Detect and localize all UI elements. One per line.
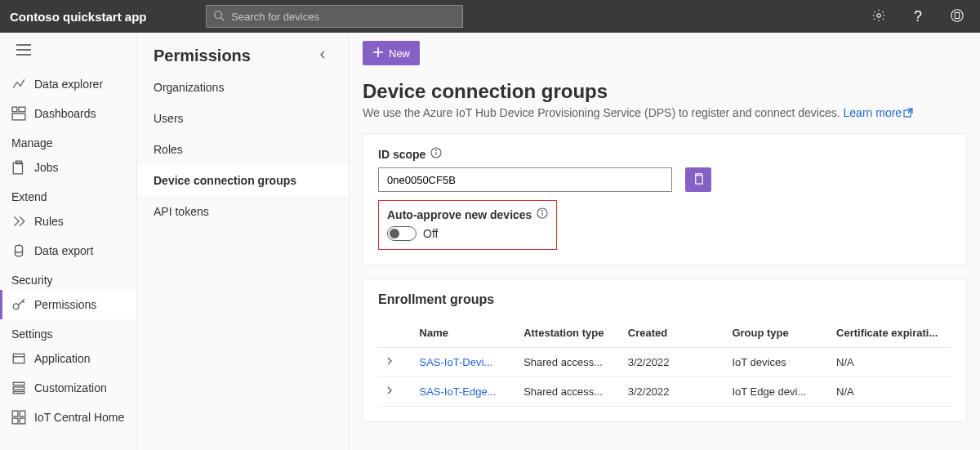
nav-label: IoT Central Home (34, 411, 124, 424)
nav2-device-connection-groups[interactable]: Device connection groups (137, 165, 349, 196)
svg-point-27 (436, 150, 437, 151)
new-button[interactable]: New (363, 41, 420, 65)
nav-application[interactable]: Application (0, 344, 136, 373)
col-name[interactable]: Name (413, 319, 518, 348)
auto-approve-highlight: Auto-approve new devices Off (378, 200, 557, 250)
table-row[interactable]: SAS-IoT-Edge... Shared access... 3/2/202… (378, 377, 951, 407)
dashboards-icon (11, 106, 26, 121)
nav2-users[interactable]: Users (137, 103, 349, 134)
id-scope-label-row: ID scope (378, 147, 951, 161)
auto-approve-status: Off (423, 227, 438, 240)
svg-point-12 (13, 304, 19, 310)
cell-attestation: Shared access... (517, 348, 621, 377)
info-icon[interactable] (430, 147, 442, 161)
table-header-row: Name Attestation type Created Group type… (378, 319, 951, 348)
nav-toggle[interactable] (0, 38, 136, 69)
nav-data-export[interactable]: Data export (0, 236, 136, 265)
cell-created: 3/2/2022 (621, 348, 726, 377)
nav-section-settings: Settings (0, 319, 136, 344)
nav-primary: Data explorer Dashboards Manage Jobs Ext… (0, 33, 137, 450)
table-row[interactable]: SAS-IoT-Devi... Shared access... 3/2/202… (378, 348, 951, 377)
application-icon (11, 351, 26, 366)
main-content: New Device connection groups We use the … (350, 33, 980, 450)
nav-rules[interactable]: Rules (0, 207, 136, 236)
svg-rect-17 (13, 392, 24, 394)
nav-iot-central-home[interactable]: IoT Central Home (0, 403, 136, 432)
svg-point-31 (542, 211, 543, 212)
nav2-api-tokens[interactable]: API tokens (137, 196, 349, 227)
auto-approve-label: Auto-approve new devices (387, 208, 532, 221)
chevron-left-icon (318, 49, 327, 62)
enrollment-table: Name Attestation type Created Group type… (378, 319, 951, 407)
data-export-icon (11, 243, 26, 258)
chevron-right-icon (385, 385, 394, 398)
col-cert-expiration[interactable]: Certificate expirati... (830, 319, 951, 348)
svg-rect-4 (955, 12, 959, 18)
permissions-icon (11, 297, 26, 312)
new-button-label: New (389, 47, 410, 60)
id-scope-input[interactable] (378, 167, 672, 192)
page-description: We use the Azure IoT Hub Device Provisio… (363, 106, 967, 120)
nav-customization[interactable]: Customization (0, 373, 136, 403)
nav-data-explorer[interactable]: Data explorer (0, 69, 136, 99)
chevron-right-icon (385, 356, 394, 368)
expand-row[interactable] (378, 348, 413, 377)
feedback-icon (950, 8, 964, 25)
settings-button[interactable] (866, 3, 892, 29)
app-title: Contoso quickstart app (10, 10, 147, 24)
customization-icon (11, 381, 26, 395)
svg-point-3 (951, 9, 963, 20)
jobs-icon (11, 160, 26, 175)
id-scope-label: ID scope (378, 148, 425, 161)
nav-label: Customization (34, 381, 107, 394)
group-name-link[interactable]: SAS-IoT-Devi... (413, 348, 518, 377)
nav-label: Permissions (34, 298, 96, 311)
feedback-button[interactable] (944, 3, 970, 29)
cell-cert: N/A (830, 348, 951, 377)
nav-permissions[interactable]: Permissions (0, 290, 136, 319)
nav-dashboards[interactable]: Dashboards (0, 99, 136, 128)
data-explorer-icon (11, 77, 26, 91)
id-scope-card: ID scope Auto-approve new devices Off (363, 133, 967, 265)
external-link-icon (903, 107, 913, 120)
svg-rect-28 (695, 176, 702, 184)
topbar-right: ? (866, 3, 970, 29)
nav-section-manage: Manage (0, 128, 136, 153)
cell-group-type: IoT devices (725, 348, 830, 377)
auto-approve-toggle[interactable] (387, 226, 416, 241)
nav-section-extend: Extend (0, 182, 136, 207)
help-button[interactable]: ? (905, 3, 931, 29)
cell-attestation: Shared access... (517, 377, 621, 407)
collapse-secondary-nav[interactable] (313, 46, 332, 65)
cell-cert: N/A (830, 377, 951, 407)
search-input[interactable] (231, 11, 456, 23)
svg-rect-9 (19, 107, 25, 112)
svg-rect-10 (12, 114, 25, 120)
cell-group-type: IoT Edge devi... (725, 377, 830, 407)
copy-icon (693, 172, 705, 187)
info-icon[interactable] (537, 207, 548, 221)
secondary-nav-title: Permissions (154, 47, 313, 65)
nav2-organizations[interactable]: Organizations (137, 72, 349, 103)
svg-rect-20 (12, 418, 18, 424)
plus-icon (372, 47, 384, 60)
search-box[interactable] (206, 5, 463, 28)
learn-more-link[interactable]: Learn more (844, 106, 914, 119)
nav2-roles[interactable]: Roles (137, 134, 349, 165)
help-icon: ? (914, 8, 922, 25)
hamburger-icon (16, 45, 31, 58)
col-attestation[interactable]: Attestation type (517, 319, 621, 348)
col-group-type[interactable]: Group type (725, 319, 830, 348)
home-icon (11, 410, 26, 425)
enrollment-title: Enrollment groups (378, 292, 951, 307)
col-created[interactable]: Created (621, 319, 726, 348)
group-name-link[interactable]: SAS-IoT-Edge... (413, 377, 518, 407)
copy-id-button[interactable] (685, 167, 711, 192)
svg-point-0 (215, 11, 222, 18)
svg-rect-15 (13, 382, 24, 385)
cell-created: 3/2/2022 (621, 377, 726, 407)
page-title: Device connection groups (363, 80, 967, 103)
rules-icon (11, 214, 26, 229)
nav-jobs[interactable]: Jobs (0, 153, 136, 182)
expand-row[interactable] (378, 377, 413, 407)
